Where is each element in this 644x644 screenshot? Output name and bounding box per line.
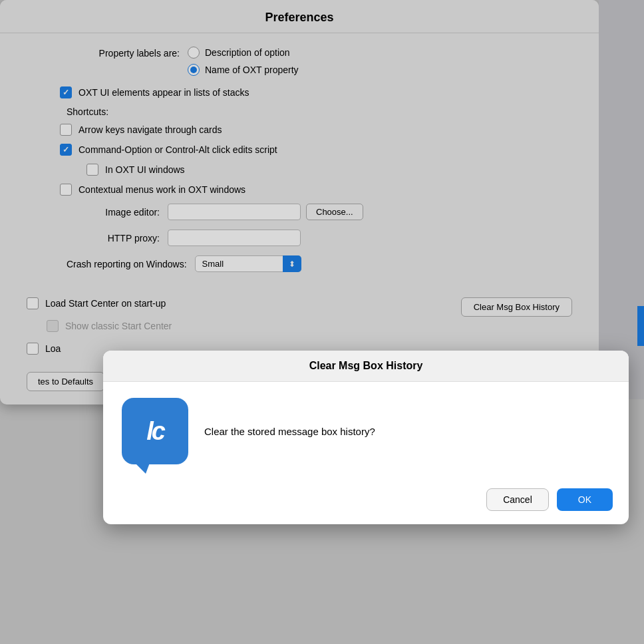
cancel-button[interactable]: Cancel (486, 488, 549, 511)
ok-button[interactable]: OK (557, 488, 613, 511)
lc-logo: lc (122, 398, 188, 464)
dialog-title: Clear Msg Box History (309, 360, 423, 371)
dialog-overlay: Clear Msg Box History lc Clear the store… (0, 0, 644, 644)
dialog-actions: Cancel OK (103, 480, 629, 524)
lc-bubble: lc (122, 398, 188, 464)
dialog-message: Clear the stored message box history? (204, 426, 610, 437)
dialog-title-bar: Clear Msg Box History (103, 351, 629, 382)
dialog-body: lc Clear the stored message box history? (103, 382, 629, 480)
dialog-box: Clear Msg Box History lc Clear the store… (103, 351, 629, 524)
lc-logo-text: lc (146, 417, 164, 446)
